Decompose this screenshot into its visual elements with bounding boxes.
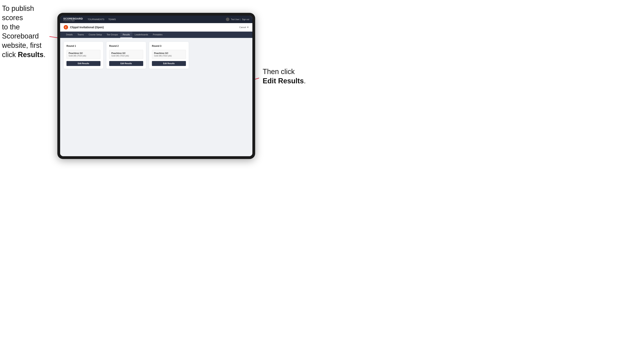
round-3-edit-results-button[interactable]: Edit Results [152, 61, 186, 66]
round-1-course-card: Peachtree GC Gold (M) (7010 yds) [66, 50, 100, 59]
round-2-title: Round 2 [109, 45, 143, 47]
tournament-title-area: C Clippd Invitational (Open) [64, 25, 104, 29]
tab-leaderboards[interactable]: Leaderboards [132, 32, 150, 38]
sign-out-link[interactable]: Sign out [242, 18, 249, 20]
nav-right: Test User | Sign out [226, 17, 249, 21]
round-1-course-name: Peachtree GC [69, 52, 98, 54]
round-1-edit-results-button[interactable]: Edit Results [66, 61, 100, 66]
round-1-title: Round 1 [66, 45, 100, 47]
instruction-right-bold: Edit Results [263, 77, 304, 85]
tournament-header: C Clippd Invitational (Open) Cancel ✕ [60, 23, 252, 32]
tablet-screen: SCOREBOARD Powered by clippd TOURNAMENTS… [60, 15, 252, 156]
round-2-card: Round 2 Peachtree GC Gold (M) (7010 yds)… [106, 42, 146, 69]
logo-area: SCOREBOARD Powered by clippd [63, 17, 83, 21]
round-3-course-name: Peachtree GC [154, 52, 184, 54]
tab-details[interactable]: Details [64, 32, 75, 38]
rounds-grid: Round 1 Peachtree GC Gold (M) (7010 yds)… [64, 42, 249, 69]
tab-course-setup[interactable]: Course Setup [86, 32, 104, 38]
round-3-title: Round 3 [152, 45, 186, 47]
tab-tee-groups[interactable]: Tee Groups [104, 32, 120, 38]
instruction-line3: website, first [2, 41, 42, 49]
instruction-right-line1: Then click [263, 68, 295, 76]
tournament-icon: C [64, 25, 68, 29]
instruction-line4: click Results. [2, 51, 46, 59]
round-2-course-name: Peachtree GC [111, 52, 141, 54]
tab-printables[interactable]: Printables [150, 32, 165, 38]
cancel-button[interactable]: Cancel ✕ [239, 26, 249, 29]
tournament-name: Clippd Invitational (Open) [70, 26, 104, 29]
round-3-course-card: Peachtree GC Gold (M) (7010 yds) [152, 50, 186, 59]
top-nav: SCOREBOARD Powered by clippd TOURNAMENTS… [60, 15, 252, 23]
instruction-right-end: . [304, 77, 306, 85]
logo-sub: Powered by clippd [63, 20, 83, 21]
round-2-edit-results-button[interactable]: Edit Results [109, 61, 143, 66]
round-2-course-card: Peachtree GC Gold (M) (7010 yds) [109, 50, 143, 59]
user-name: Test User | [231, 18, 240, 20]
instruction-line2: to the Scoreboard [2, 23, 39, 40]
tab-teams[interactable]: Teams [75, 32, 86, 38]
nav-links: TOURNAMENTS TEAMS [88, 17, 226, 21]
instruction-right: Then click Edit Results. [263, 67, 318, 86]
round-3-card: Round 3 Peachtree GC Gold (M) (7010 yds)… [149, 42, 189, 69]
main-content: Round 1 Peachtree GC Gold (M) (7010 yds)… [60, 38, 252, 156]
instruction-left: To publish scores to the Scoreboard webs… [2, 4, 56, 59]
logo-text: SCOREBOARD [63, 17, 83, 20]
round-1-course-detail: Gold (M) (7010 yds) [69, 55, 98, 57]
tab-nav: Details Teams Course Setup Tee Groups Re… [60, 32, 252, 38]
round-2-course-detail: Gold (M) (7010 yds) [111, 55, 141, 57]
round-1-card: Round 1 Peachtree GC Gold (M) (7010 yds)… [64, 42, 103, 69]
instruction-line1: To publish scores [2, 4, 34, 22]
round-3-course-detail: Gold (M) (7010 yds) [154, 55, 184, 57]
nav-teams[interactable]: TEAMS [108, 17, 116, 21]
nav-tournaments[interactable]: TOURNAMENTS [88, 17, 104, 21]
user-avatar [226, 17, 230, 21]
close-icon: ✕ [247, 26, 249, 29]
tablet-frame: SCOREBOARD Powered by clippd TOURNAMENTS… [57, 13, 255, 159]
tab-results[interactable]: Results [120, 32, 132, 38]
